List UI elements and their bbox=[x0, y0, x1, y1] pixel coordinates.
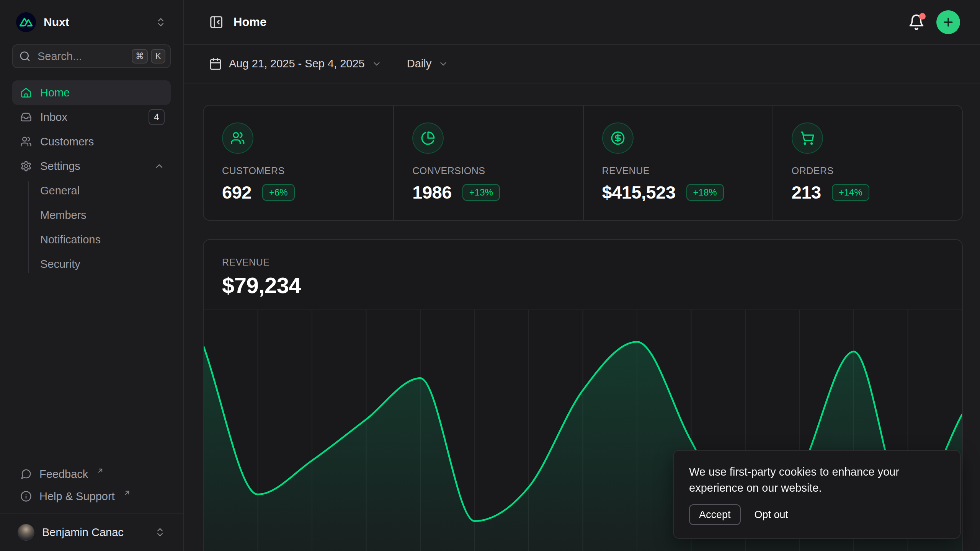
stat-icon-badge bbox=[222, 122, 253, 154]
chevron-down-icon bbox=[438, 59, 448, 69]
date-range-label: Aug 21, 2025 - Sep 4, 2025 bbox=[229, 57, 365, 70]
calendar-icon bbox=[209, 57, 222, 70]
header-actions bbox=[908, 10, 960, 34]
search-placeholder: Search... bbox=[38, 50, 82, 63]
stat-customers[interactable]: CUSTOMERS 692 +6% bbox=[204, 106, 393, 220]
stat-icon-badge bbox=[792, 122, 823, 154]
sub-item-label: Security bbox=[40, 258, 80, 271]
user-name: Benjamin Canac bbox=[42, 526, 124, 539]
chevron-up-icon bbox=[154, 161, 165, 171]
page-title: Home bbox=[234, 15, 266, 29]
stat-conversions[interactable]: CONVERSIONS 1986 +13% bbox=[393, 106, 583, 220]
inbox-icon bbox=[20, 111, 32, 123]
notifications-button[interactable] bbox=[908, 14, 925, 31]
command-kbd: ⌘ bbox=[132, 49, 148, 64]
chevrons-up-down-icon bbox=[155, 17, 166, 28]
cookie-message: We use first-party cookies to enhance yo… bbox=[689, 464, 945, 496]
sidebar-item-notifications[interactable]: Notifications bbox=[12, 227, 171, 252]
period-label: Daily bbox=[407, 57, 431, 70]
sub-item-label: Members bbox=[40, 209, 87, 222]
revenue-chart-header: REVENUE $79,234 bbox=[204, 240, 962, 298]
search-shortcut: ⌘ K bbox=[132, 49, 165, 64]
pie-chart-icon bbox=[421, 131, 435, 145]
sidebar-item-members[interactable]: Members bbox=[12, 203, 171, 227]
cookie-actions: Accept Opt out bbox=[689, 504, 945, 525]
feedback-link[interactable]: Feedback bbox=[12, 463, 171, 485]
revenue-chart-label: REVENUE bbox=[222, 257, 944, 268]
avatar bbox=[18, 524, 34, 541]
external-link-icon bbox=[96, 467, 104, 474]
stat-label: CUSTOMERS bbox=[222, 165, 285, 176]
sidebar-item-customers[interactable]: Customers bbox=[12, 129, 171, 154]
stat-label: REVENUE bbox=[602, 165, 650, 176]
sidebar-item-settings[interactable]: Settings bbox=[12, 154, 171, 178]
stat-label: CONVERSIONS bbox=[412, 165, 485, 176]
sidebar-item-label: Inbox bbox=[40, 111, 67, 124]
search-input[interactable]: Search... ⌘ K bbox=[12, 44, 171, 68]
stat-delta-badge: +14% bbox=[832, 184, 869, 201]
stat-delta-badge: +13% bbox=[462, 184, 500, 201]
sidebar-nav: Home Inbox 4 Customers Settings General … bbox=[12, 80, 171, 276]
stat-icon-badge bbox=[602, 122, 634, 154]
cookie-banner: We use first-party cookies to enhance yo… bbox=[673, 450, 961, 539]
shopping-cart-icon bbox=[800, 131, 815, 145]
stat-icon-badge bbox=[412, 122, 444, 154]
user-menu[interactable]: Benjamin Canac bbox=[12, 514, 171, 551]
collapse-sidebar-button[interactable] bbox=[209, 15, 224, 29]
sidebar-spacer bbox=[0, 276, 183, 463]
panel-collapse-icon bbox=[209, 15, 224, 29]
opt-out-button[interactable]: Opt out bbox=[751, 504, 792, 525]
sidebar-item-inbox[interactable]: Inbox 4 bbox=[12, 105, 171, 129]
sidebar-item-general[interactable]: General bbox=[12, 178, 171, 203]
workspace-name: Nuxt bbox=[44, 16, 69, 29]
stat-label: ORDERS bbox=[792, 165, 834, 176]
stat-delta-badge: +18% bbox=[686, 184, 724, 201]
k-kbd: K bbox=[151, 49, 165, 64]
home-icon bbox=[20, 87, 32, 98]
stat-value: 213 bbox=[792, 182, 821, 203]
gear-icon bbox=[20, 160, 32, 172]
nuxt-logo-icon bbox=[16, 12, 36, 32]
external-link-icon bbox=[123, 489, 131, 497]
stat-revenue[interactable]: REVENUE $415,523 +18% bbox=[583, 106, 773, 220]
users-icon bbox=[20, 136, 32, 147]
search-icon bbox=[19, 51, 31, 62]
sub-item-label: General bbox=[40, 184, 80, 197]
period-select[interactable]: Daily bbox=[407, 57, 448, 70]
sidebar-item-security[interactable]: Security bbox=[12, 252, 171, 276]
workspace-switcher[interactable]: Nuxt bbox=[12, 8, 171, 37]
stats-card: CUSTOMERS 692 +6% CONVERSIONS 1986 +13% bbox=[203, 105, 963, 221]
revenue-chart-value: $79,234 bbox=[222, 272, 944, 298]
settings-subnav: General Members Notifications Security bbox=[12, 178, 171, 276]
link-label: Help & Support bbox=[39, 490, 115, 503]
sidebar-item-home[interactable]: Home bbox=[12, 80, 171, 105]
add-button[interactable] bbox=[936, 10, 960, 34]
stat-value: $415,523 bbox=[602, 182, 676, 203]
stat-value: 1986 bbox=[412, 182, 452, 203]
help-support-link[interactable]: Help & Support bbox=[12, 485, 171, 507]
stat-value: 692 bbox=[222, 182, 252, 203]
users-icon bbox=[230, 131, 245, 145]
info-circle-icon bbox=[20, 491, 32, 502]
sidebar-item-label: Customers bbox=[40, 135, 94, 148]
sidebar: Nuxt Search... ⌘ K Home Inbox 4 Customer… bbox=[0, 0, 184, 551]
link-label: Feedback bbox=[39, 468, 88, 481]
plus-icon bbox=[942, 16, 955, 29]
accept-button[interactable]: Accept bbox=[689, 504, 741, 525]
filters-toolbar: Aug 21, 2025 - Sep 4, 2025 Daily bbox=[184, 45, 980, 83]
sub-item-label: Notifications bbox=[40, 233, 101, 246]
dollar-circle-icon bbox=[611, 131, 625, 145]
notification-dot bbox=[919, 13, 926, 20]
sidebar-footer-links: Feedback Help & Support bbox=[12, 463, 171, 507]
message-circle-icon bbox=[20, 468, 32, 480]
stat-orders[interactable]: ORDERS 213 +14% bbox=[773, 106, 962, 220]
chevrons-up-down-icon bbox=[155, 527, 165, 538]
inbox-count-badge: 4 bbox=[149, 109, 165, 125]
page-header: Home bbox=[184, 0, 980, 45]
sidebar-item-label: Home bbox=[40, 86, 70, 99]
date-range-picker[interactable]: Aug 21, 2025 - Sep 4, 2025 bbox=[209, 57, 382, 70]
sidebar-item-label: Settings bbox=[40, 160, 80, 173]
chevron-down-icon bbox=[372, 59, 382, 69]
stat-delta-badge: +6% bbox=[262, 184, 295, 201]
